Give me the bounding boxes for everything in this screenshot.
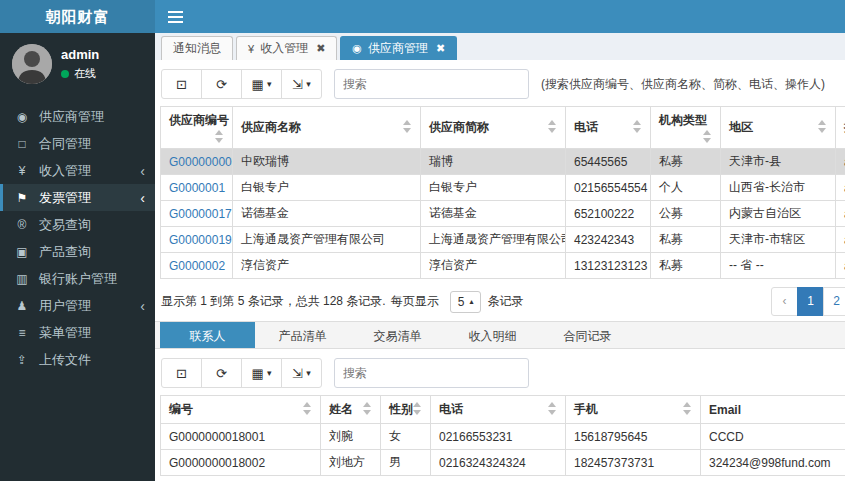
column-header[interactable]: 性别 <box>381 396 431 424</box>
toggle-detail-view-button[interactable]: ⊡ <box>161 358 202 388</box>
export-button[interactable]: ⇲▾ <box>281 69 322 99</box>
sidebar-item-user[interactable]: ♟用户管理‹ <box>0 292 155 319</box>
sort-icon[interactable] <box>548 120 557 133</box>
sidebar-item-trade[interactable]: ®交易查询 <box>0 211 155 238</box>
sort-icon[interactable] <box>403 120 412 133</box>
sidebar-item-bank[interactable]: ▥银行账户管理 <box>0 265 155 292</box>
page-size-dropdown[interactable]: 5 ▴ <box>450 291 482 313</box>
sort-icon[interactable] <box>363 402 372 415</box>
export-button[interactable]: ⇲▾ <box>281 358 322 388</box>
table-cell: admin <box>836 201 845 227</box>
column-header[interactable]: 电话 <box>431 396 566 424</box>
table-row[interactable]: G0000002淳信资产淳信资产13123123123私募-- 省 --admi… <box>161 253 845 279</box>
detail-tab-contacts[interactable]: 联系人 <box>160 322 255 348</box>
column-header[interactable]: 供应商编号 <box>161 107 233 149</box>
sidebar-item-invoice[interactable]: ⚑发票管理‹ <box>0 184 155 211</box>
sidebar-toggle-button[interactable] <box>168 11 183 23</box>
sidebar-item-upload[interactable]: ⇪上传文件 <box>0 346 155 373</box>
detail-tab-products[interactable]: 产品清单 <box>255 322 350 348</box>
table-cell: 15618795645 <box>566 424 701 450</box>
record-id-link[interactable]: G0000001 <box>161 175 233 201</box>
avatar-image <box>12 44 52 84</box>
sidebar-item-label: 菜单管理 <box>39 324 91 342</box>
sort-icon[interactable] <box>633 120 642 133</box>
sidebar-item-contract[interactable]: □合同管理 <box>0 130 155 157</box>
contacts-search-input[interactable] <box>334 358 529 388</box>
column-header[interactable]: 编号 <box>161 396 321 424</box>
table-cell: -- 省 -- <box>721 253 836 279</box>
table-cell: 个人 <box>651 175 721 201</box>
table-row[interactable]: G0000000018002刘地方男0216324324324182457373… <box>161 450 845 476</box>
column-header-label: 机构类型 <box>659 113 707 127</box>
sort-icon[interactable] <box>548 402 557 415</box>
sidebar-item-supplier[interactable]: ◉供应商管理 <box>0 103 155 130</box>
table-cell: 423242343 <box>566 227 651 253</box>
sort-icon[interactable] <box>215 130 224 143</box>
table-row[interactable]: G0000000018001刘腕女0216655323115618795645C… <box>161 424 845 450</box>
column-header[interactable]: 电话 <box>566 107 651 149</box>
sort-icon[interactable] <box>703 130 712 143</box>
column-header[interactable]: 手机 <box>566 396 701 424</box>
tab-label: 通知消息 <box>173 40 221 57</box>
table-cell: 02156554554 <box>566 175 651 201</box>
supplier-table: 供应商编号供应商名称供应商简称电话机构类型地区操作人G0000000018中欧瑞… <box>160 106 845 279</box>
caret-down-icon: ▾ <box>267 79 272 89</box>
table-row[interactable]: G0000001白银专户白银专户02156554554个人山西省-长治市admi… <box>161 175 845 201</box>
detail-tab-trades[interactable]: 交易清单 <box>350 322 445 348</box>
sort-icon[interactable] <box>683 402 692 415</box>
pagination-page-2-button[interactable]: 2 <box>823 287 845 316</box>
table-header-row: 供应商编号供应商名称供应商简称电话机构类型地区操作人 <box>161 107 845 149</box>
table-header-row: 编号姓名性别电话手机Email <box>161 396 845 424</box>
table-row[interactable]: G0000000018中欧瑞博瑞博65445565私募天津市-县admin <box>161 149 845 175</box>
sidebar-menu: ◉供应商管理□合同管理¥收入管理‹⚑发票管理‹®交易查询▣产品查询▥银行账户管理… <box>0 103 155 373</box>
tab-supplier[interactable]: ◉供应商管理✖ <box>340 36 457 60</box>
pagination-prev-button[interactable]: ‹ <box>771 287 798 316</box>
record-id-link[interactable]: G0000002 <box>161 253 233 279</box>
export-icon: ⇲ <box>292 366 303 381</box>
refresh-button[interactable]: ⟳ <box>201 358 242 388</box>
sort-icon[interactable] <box>303 402 312 415</box>
caret-down-icon: ▾ <box>306 79 311 89</box>
column-header[interactable]: 供应商简称 <box>421 107 566 149</box>
pagination-page-1-button[interactable]: 1 <box>797 287 824 316</box>
close-icon[interactable]: ✖ <box>436 42 445 55</box>
tab-income[interactable]: ¥收入管理✖ <box>236 36 337 60</box>
column-header[interactable]: 操作人 <box>836 107 845 149</box>
content-panel: ⊡⟳▦▾⇲▾ (搜索供应商编号、供应商名称、简称、电话、操作人) 供应商编号供应… <box>155 60 845 481</box>
table-cell: 私募 <box>651 149 721 175</box>
table-row[interactable]: G00000017诺德基金诺德基金652100222公募内蒙古自治区admin <box>161 201 845 227</box>
menu-icon: ≡ <box>14 326 30 340</box>
sidebar-item-menu[interactable]: ≡菜单管理 <box>0 319 155 346</box>
column-header[interactable]: 地区 <box>721 107 836 149</box>
detail-tab-income[interactable]: 收入明细 <box>445 322 540 348</box>
sidebar-item-label: 交易查询 <box>39 216 91 234</box>
detail-tab-contracts[interactable]: 合同记录 <box>540 322 635 348</box>
column-header-label: 电话 <box>439 402 463 416</box>
toggle-detail-view-button[interactable]: ⊡ <box>161 69 202 99</box>
record-id-link[interactable]: G00000017 <box>161 201 233 227</box>
record-id-link[interactable]: G0000000018 <box>161 149 233 175</box>
tab-supplier-icon: ◉ <box>352 42 362 55</box>
contacts-toolbar-buttons: ⊡⟳▦▾⇲▾ <box>161 358 322 388</box>
columns-button[interactable]: ▦▾ <box>241 69 282 99</box>
sort-icon[interactable] <box>413 402 422 415</box>
sidebar-item-income[interactable]: ¥收入管理‹ <box>0 157 155 184</box>
sidebar-item-label: 上传文件 <box>39 351 91 369</box>
column-header[interactable]: 机构类型 <box>651 107 721 149</box>
table-row[interactable]: G00000019上海通晟资产管理有限公司上海通晟资产管理有限公司4232423… <box>161 227 845 253</box>
column-header[interactable]: Email <box>701 396 845 424</box>
column-header[interactable]: 姓名 <box>321 396 381 424</box>
tab-notice[interactable]: 通知消息 <box>161 36 233 60</box>
table-cell: 淳信资产 <box>233 253 421 279</box>
columns-button[interactable]: ▦▾ <box>241 358 282 388</box>
column-header[interactable]: 供应商名称 <box>233 107 421 149</box>
sidebar-item-product[interactable]: ▣产品查询 <box>0 238 155 265</box>
sidebar-item-label: 供应商管理 <box>39 108 104 126</box>
sort-icon[interactable] <box>818 120 827 133</box>
supplier-search-input[interactable] <box>334 69 529 99</box>
trade-icon: ® <box>14 218 30 232</box>
close-icon[interactable]: ✖ <box>316 42 325 55</box>
refresh-button[interactable]: ⟳ <box>201 69 242 99</box>
table-cell: 天津市-市辖区 <box>721 227 836 253</box>
record-id-link[interactable]: G00000019 <box>161 227 233 253</box>
